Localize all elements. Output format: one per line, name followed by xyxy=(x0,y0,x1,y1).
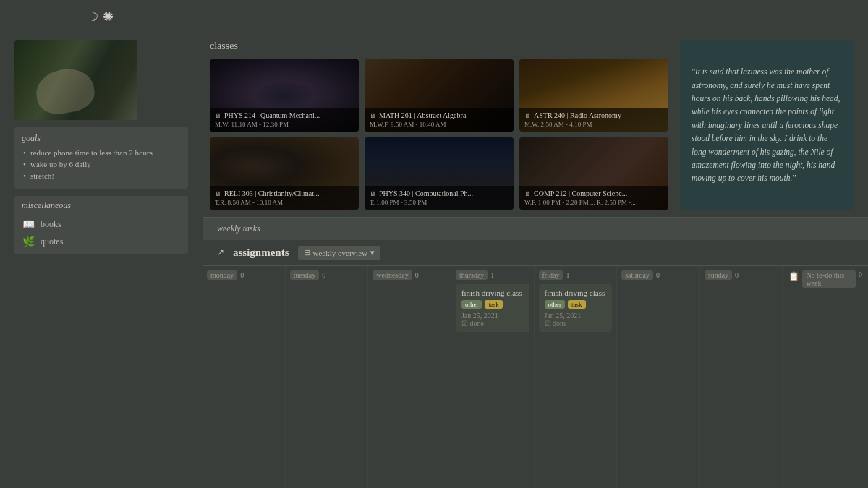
tag-task: task xyxy=(568,300,586,309)
class-card-math261[interactable]: 🖥 MATH 261 | Abstract Algebra M,W,F. 9:5… xyxy=(365,59,514,132)
day-name: wednesday xyxy=(373,270,412,280)
day-count: 0 xyxy=(240,271,244,279)
day-count: 0 xyxy=(415,271,419,279)
class-name: 🖥 COMP 212 | Computer Scienc... xyxy=(524,189,663,197)
class-name: 🖥 RELI 303 | Christianity/Climat... xyxy=(215,189,354,197)
class-type-icon: 🖥 xyxy=(215,112,221,119)
no-todo-count: 0 xyxy=(859,270,862,278)
classes-grid-area: classes 🖥 PHYS 214 | Quantum Mechani... … xyxy=(210,40,668,210)
header: ☽ ✺ xyxy=(0,0,868,33)
avatar xyxy=(14,40,137,120)
quote-box: "It is said that laziness was the mother… xyxy=(680,40,854,210)
class-card-phys340[interactable]: 🖥 PHYS 340 | Computational Ph... T. 1:00… xyxy=(365,137,514,210)
day-header: thursday 1 xyxy=(456,270,529,280)
classes-grid: 🖥 PHYS 214 | Quantum Mechani... M,W. 11:… xyxy=(210,59,668,210)
class-type-icon: 🖥 xyxy=(370,190,376,197)
day-count: 1 xyxy=(490,271,494,279)
class-time: M,W. 11:10 AM - 12:30 PM xyxy=(215,121,354,128)
goal-item: wake up by 6 daily xyxy=(22,160,181,168)
day-column-sunday: sunday 0 xyxy=(700,266,783,488)
day-count: 0 xyxy=(735,271,739,279)
no-todo-label: No to-do this week xyxy=(802,270,856,288)
class-time: W,F. 1:00 PM - 2:20 PM ... R. 2:50 PM -.… xyxy=(524,199,663,206)
misc-label: miscellaneous xyxy=(22,200,181,211)
task-card[interactable]: finish driving class other task Jan 25, … xyxy=(539,284,613,332)
class-name: 🖥 PHYS 214 | Quantum Mechani... xyxy=(215,111,354,119)
expand-icon: ↗ xyxy=(217,247,224,258)
check-icon: ☑ xyxy=(545,320,551,328)
grid-icon: ⊞ xyxy=(304,248,310,257)
sidebar: goals reduce phone time to less than 2 h… xyxy=(0,33,203,488)
class-card-overlay: 🖥 RELI 303 | Christianity/Climat... T,R.… xyxy=(210,186,359,210)
class-type-icon: 🖥 xyxy=(524,190,531,197)
class-time: T,R. 8:50 AM - 10:10 AM xyxy=(215,199,354,206)
sun-icon: ✺ xyxy=(103,9,114,25)
day-header: sunday 0 xyxy=(705,270,778,280)
task-card[interactable]: finish driving class other task Jan 25, … xyxy=(456,284,529,332)
day-count: 0 xyxy=(322,271,326,279)
chevron-down-icon: ▾ xyxy=(370,248,375,257)
days-container: monday 0 tuesday 0 wedne xyxy=(203,266,868,488)
class-card-phys214[interactable]: 🖥 PHYS 214 | Quantum Mechani... M,W. 11:… xyxy=(210,59,359,132)
weekly-tasks-area: weekly tasks ↗ assignments ⊞ weekly over… xyxy=(203,217,868,488)
theme-toggle[interactable]: ☽ ✺ xyxy=(87,9,114,25)
day-header: monday 0 xyxy=(207,270,281,280)
task-status: ☑ done xyxy=(545,320,607,328)
class-time: T. 1:00 PM - 3:50 PM xyxy=(370,199,509,206)
class-card-overlay: 🖥 MATH 261 | Abstract Algebra M,W,F. 9:5… xyxy=(365,108,514,132)
day-header: tuesday 0 xyxy=(290,270,364,280)
day-name: saturday xyxy=(621,270,653,280)
day-name: monday xyxy=(207,270,237,280)
day-column-thursday: thursday 1 finish driving class other ta… xyxy=(451,266,535,488)
day-name: friday xyxy=(539,270,563,280)
task-status: ☑ done xyxy=(461,320,524,328)
class-type-icon: 🖥 xyxy=(215,190,221,197)
task-title: finish driving class xyxy=(461,288,524,297)
books-label: books xyxy=(41,219,61,230)
task-date: Jan 25, 2021 xyxy=(545,312,607,320)
day-header: friday 1 xyxy=(539,270,613,280)
day-column-no-todo: 📋 No to-do this week 0 xyxy=(783,266,868,488)
task-tags: other task xyxy=(461,300,524,309)
class-name: 🖥 MATH 261 | Abstract Algebra xyxy=(370,111,509,119)
quotes-label: quotes xyxy=(41,236,63,247)
books-item[interactable]: 📖 books xyxy=(22,215,181,233)
quote-text: "It is said that laziness was the mother… xyxy=(692,65,842,185)
class-name: 🖥 PHYS 340 | Computational Ph... xyxy=(370,189,509,197)
class-card-reli303[interactable]: 🖥 RELI 303 | Christianity/Climat... T,R.… xyxy=(210,137,359,210)
day-name: tuesday xyxy=(290,270,320,280)
class-type-icon: 🖥 xyxy=(370,112,376,119)
goal-item: reduce phone time to less than 2 hours xyxy=(22,148,181,157)
task-title: finish driving class xyxy=(545,288,607,297)
classes-title: classes xyxy=(210,40,668,52)
day-header: saturday 0 xyxy=(621,270,695,280)
class-card-overlay: 🖥 ASTR 240 | Radio Astronomy M,W. 2:50 A… xyxy=(519,108,668,132)
tag-other: other xyxy=(461,300,482,309)
goals-label: goals xyxy=(22,133,181,144)
assignments-title: assignments xyxy=(233,247,289,259)
weekly-tasks-header: weekly tasks xyxy=(203,218,868,240)
class-card-overlay: 🖥 PHYS 214 | Quantum Mechani... M,W. 11:… xyxy=(210,108,359,132)
task-date: Jan 25, 2021 xyxy=(461,312,524,320)
clipboard-icon: 📋 xyxy=(788,271,799,282)
goal-item: stretch! xyxy=(22,171,181,180)
class-time: M,W,F. 9:50 AM - 10:40 AM xyxy=(370,121,509,128)
tag-task: task xyxy=(485,300,503,309)
class-card-astr240[interactable]: 🖥 ASTR 240 | Radio Astronomy M,W. 2:50 A… xyxy=(519,59,668,132)
class-type-icon: 🖥 xyxy=(524,112,531,119)
goals-section: goals reduce phone time to less than 2 h… xyxy=(14,127,188,189)
weekly-overview-button[interactable]: ⊞ weekly overview ▾ xyxy=(298,246,380,260)
day-column-saturday: saturday 0 xyxy=(617,266,700,488)
misc-section: miscellaneous 📖 books 🌿 quotes xyxy=(14,196,188,254)
moon-icon: ☽ xyxy=(87,9,98,25)
day-name: thursday xyxy=(456,270,488,280)
task-tags: other task xyxy=(545,300,607,309)
class-card-overlay: 🖥 PHYS 340 | Computational Ph... T. 1:00… xyxy=(365,186,514,210)
tag-other: other xyxy=(545,300,566,309)
quotes-item[interactable]: 🌿 quotes xyxy=(22,233,181,250)
class-card-overlay: 🖥 COMP 212 | Computer Scienc... W,F. 1:0… xyxy=(519,186,668,210)
day-count: 0 xyxy=(656,271,660,279)
class-card-comp212[interactable]: 🖥 COMP 212 | Computer Scienc... W,F. 1:0… xyxy=(519,137,668,210)
app-container: ☽ ✺ goals reduce phone time to less than… xyxy=(0,0,868,488)
day-column-friday: friday 1 finish driving class other task… xyxy=(535,266,618,488)
